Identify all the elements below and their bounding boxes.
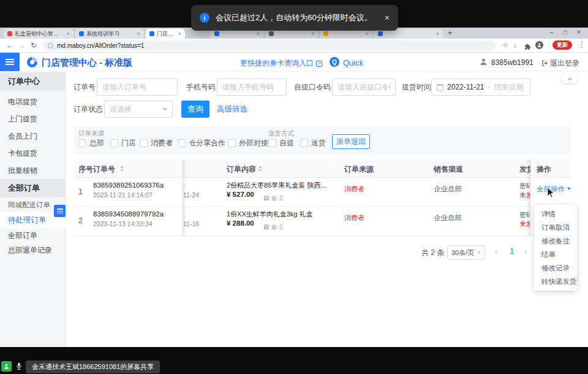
sort-icon[interactable] [258,166,262,172]
tab-title: 门店管理中心 [157,30,176,38]
checkbox[interactable] [178,139,186,147]
quick-icon[interactable]: Q [330,57,339,67]
forward-icon[interactable]: → [18,42,26,49]
phone-input[interactable] [217,78,287,96]
date-start-value[interactable]: 2022-11-21 [447,83,484,91]
menu-item-edit-history[interactable]: 修改记录 [534,261,577,275]
phone-icon[interactable]: ▯ [279,223,283,230]
menu-item-detail[interactable]: 详情 [534,207,577,221]
row-icons: ▤◎▯ [263,220,285,231]
sidebar-drag-handle[interactable] [54,205,66,217]
row-order-time: 2023-11-21 14:14:07 [93,191,153,199]
pagination-prev-icon[interactable]: ‹ [495,246,497,256]
pagination-page-1[interactable]: 1 [510,246,514,256]
url-text: md.maboy.cn/AllOrder?status=1 [57,42,144,49]
chevron-down-icon [162,108,167,111]
checkbox[interactable] [228,139,236,147]
checkbox-option-self-pickup[interactable]: 自提 [268,138,294,148]
browser-tab-2[interactable]: 系统培训学习 × [75,29,144,39]
collapse-panel-button[interactable]: » [561,74,578,83]
tab-close-icon[interactable]: × [178,31,181,37]
checkbox-option-warehouse-share[interactable]: 仓分享合作 [178,138,225,148]
row-seq: 2 [78,216,83,225]
note-icon[interactable]: ▤ [263,194,269,201]
tab-close-icon[interactable]: × [311,31,314,37]
chrome-update-button[interactable]: 更新 [552,40,572,50]
action-dropdown-menu: 详情 订单取消 修改备注 结单 修改记录 转快递发货 [534,205,577,291]
sidebar-item-member[interactable]: 会员上门 [0,128,66,145]
checkbox-option-external[interactable]: 外部对接 [228,138,268,148]
pagination-total: 共 2 条 [421,248,444,258]
tab-close-icon[interactable]: × [366,31,369,37]
phone-icon[interactable]: ▯ [279,194,283,201]
window-close-icon[interactable]: × [577,29,581,36]
order-no-input[interactable] [97,78,178,96]
site-info-icon[interactable]: i [48,43,53,48]
quick-link[interactable]: Quick [343,58,363,67]
checkbox[interactable] [300,139,308,147]
sidebar-item-batch-verify[interactable]: 批量核销 [0,162,66,179]
menu-item-close-order[interactable]: 结单 [534,248,577,261]
checkbox[interactable] [110,139,118,147]
sidebar-item-hq-return-records[interactable]: 总部退单记录 [0,243,66,258]
tab-close-icon[interactable]: × [436,31,439,37]
order-status-label: 订单状态 [74,104,103,115]
checkbox-option-delivery[interactable]: 送货 [300,138,326,148]
window-minimize-icon[interactable]: – [550,29,554,36]
username[interactable]: 8385wb1991 [491,58,533,67]
pickup-code-label: 自提口令码 [294,82,331,93]
browser-menu-dots-icon[interactable]: ⋮ [578,40,586,49]
coupon-query-link[interactable]: 更快捷的券卡查询入口↗ [240,58,322,69]
date-range-picker[interactable]: 2022-11-21 - 结束日期 [431,78,530,96]
advanced-filter-link[interactable]: 高级筛选 [217,104,247,115]
page-size-select[interactable]: 30条/页 [447,245,485,260]
tab-close-icon[interactable]: × [137,31,140,37]
service-icon[interactable]: ◎ [271,223,277,230]
sidebar-item-door-pickup[interactable]: 上门提货 [0,110,66,128]
logout-button[interactable]: 退出登录 [550,58,579,69]
sidebar-group-all-orders[interactable]: 全部订单 [0,179,66,197]
checkbox-option-hq[interactable]: 总部 [78,138,104,148]
fixed-column-divider [526,159,531,236]
checkbox-option-consumer[interactable]: 消费者 [140,138,173,148]
checkbox[interactable] [268,139,276,147]
date-end-placeholder[interactable]: 结束日期 [494,82,524,93]
sort-icon[interactable] [120,166,124,172]
bookmark-star-icon[interactable]: ☆ [502,42,508,48]
logout-icon [541,58,549,69]
back-icon[interactable]: ← [6,42,13,49]
browser-tab-1[interactable]: 礼盒营销中心管理中心 × [4,29,74,39]
menu-item-express-ship[interactable]: 转快递发货 [534,275,577,288]
window-maximize-icon[interactable]: □ [564,29,567,36]
checkbox-option-store[interactable]: 门店 [110,138,136,148]
search-button[interactable]: 查询 [181,101,209,118]
reload-icon[interactable]: ↻ [31,42,37,49]
sidebar-item-phone-pickup[interactable]: 电话提货 [0,93,66,110]
toast-close-icon[interactable]: × [385,13,390,23]
tab-favicon [378,31,383,36]
sidebar-item-card-pickup[interactable]: 卡包提货 [0,145,66,162]
sidebar-group-order-center[interactable]: 订单中心 [0,72,66,91]
dispatch-return-button[interactable]: 派单退回 [332,134,370,149]
address-bar[interactable]: i md.maboy.cn/AllOrder?status=1 [43,40,496,51]
chevron-down-icon [477,251,481,254]
checkbox[interactable] [140,139,148,147]
order-no-label: 订单号 [74,82,96,93]
new-tab-button[interactable]: + [448,29,452,37]
tab-close-icon[interactable]: × [257,31,260,37]
menu-item-cancel-order[interactable]: 订单取消 [534,221,577,234]
browser-tab-3-active[interactable]: 门店管理中心 × [146,29,185,39]
download-icon[interactable]: ↓ [513,42,517,48]
service-icon[interactable]: ◎ [271,194,277,201]
tab-close-icon[interactable]: × [67,31,70,37]
pagination-next-icon[interactable]: › [524,246,527,256]
pickup-code-input[interactable] [332,78,396,96]
extensions-puzzle-icon[interactable] [524,42,531,53]
menu-item-edit-remark[interactable]: 修改备注 [534,234,577,248]
note-icon[interactable]: ▤ [263,223,269,230]
sidebar-item-all-orders[interactable]: 全部订单 [0,228,66,243]
hamburger-menu-button[interactable] [0,53,20,71]
profile-avatar[interactable] [535,41,543,49]
order-status-select[interactable]: 请选择 [104,101,173,118]
checkbox[interactable] [78,139,86,147]
